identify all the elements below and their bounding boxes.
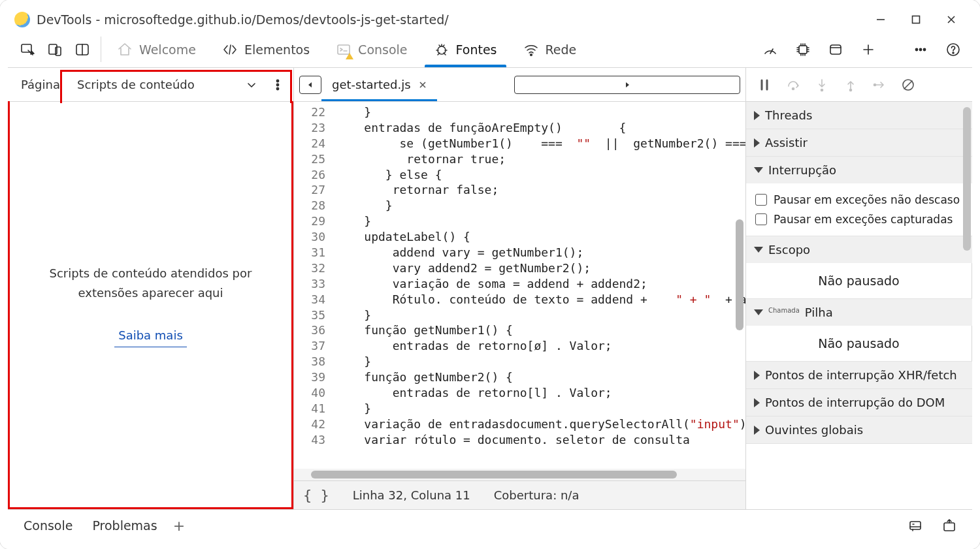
section-watch[interactable]: Assistir bbox=[746, 129, 972, 156]
titlebar: DevTools - microsoftedge.github.io/Demos… bbox=[8, 8, 972, 31]
svg-point-15 bbox=[276, 80, 278, 82]
svg-point-11 bbox=[919, 48, 921, 50]
add-drawer-tab-icon[interactable]: + bbox=[173, 518, 185, 534]
learn-more-link[interactable]: Saiba mais bbox=[114, 326, 187, 348]
deactivate-breakpoints-icon[interactable] bbox=[896, 73, 920, 97]
svg-rect-9 bbox=[830, 45, 841, 54]
file-tab[interactable]: get-started.js bbox=[321, 68, 437, 101]
section-callstack[interactable]: ChamadaPilha bbox=[746, 299, 972, 326]
editor-status-bar: { } Linha 32, Coluna 11 Cobertura: n/a bbox=[294, 480, 745, 509]
editor-pane: get-started.js 2223242526272829303132333… bbox=[294, 68, 746, 509]
section-breakpoints[interactable]: Interrupção bbox=[746, 157, 972, 183]
warning-badge-icon bbox=[346, 53, 353, 59]
inspect-element-icon[interactable] bbox=[16, 38, 39, 61]
cursor-position: Linha 32, Coluna 11 bbox=[353, 488, 470, 502]
pause-icon[interactable] bbox=[753, 73, 776, 97]
tab-label: Elementos bbox=[244, 42, 310, 57]
tab-content-scripts[interactable]: Scripts de conteúdo bbox=[69, 68, 203, 101]
computed-styles-icon[interactable] bbox=[904, 514, 926, 537]
step-over-icon[interactable] bbox=[781, 73, 805, 97]
close-tab-icon[interactable] bbox=[416, 78, 429, 91]
debugger-pane: Threads Assistir Interrupção Pausar em e… bbox=[746, 68, 972, 509]
pause-uncaught-checkbox[interactable]: Pausar em exceções não descaso bbox=[755, 190, 963, 210]
callstack-not-paused: Não pausado bbox=[746, 326, 972, 361]
svg-point-20 bbox=[850, 89, 852, 91]
tab-label: Console bbox=[358, 42, 407, 57]
tab-label: Welcome bbox=[139, 42, 196, 57]
window-title: DevTools - microsoftedge.github.io/Demos… bbox=[37, 12, 449, 27]
tab-console[interactable]: Console bbox=[323, 31, 420, 67]
svg-rect-24 bbox=[944, 523, 955, 531]
pause-caught-checkbox[interactable]: Pausar em exceções capturadas bbox=[755, 210, 963, 229]
add-tab-icon[interactable] bbox=[856, 37, 881, 62]
section-dom-breakpoints[interactable]: Pontos de interrupção do DOM bbox=[746, 389, 972, 416]
empty-state-text: Scripts de conteúdo atendidos por extens… bbox=[21, 264, 280, 304]
tab-elements[interactable]: Elementos bbox=[209, 31, 323, 67]
show-debugger-button[interactable] bbox=[514, 76, 740, 94]
svg-point-12 bbox=[923, 48, 925, 50]
drawer-tab-problems[interactable]: Problemas bbox=[88, 518, 161, 533]
svg-point-17 bbox=[276, 87, 278, 89]
svg-point-7 bbox=[530, 54, 532, 55]
kebab-menu-icon[interactable] bbox=[267, 74, 288, 95]
application-icon[interactable] bbox=[823, 37, 848, 62]
coverage-status: Cobertura: n/a bbox=[494, 488, 580, 502]
close-button[interactable] bbox=[937, 10, 966, 29]
code-icon bbox=[222, 42, 238, 57]
section-scope[interactable]: Escopo bbox=[746, 236, 972, 263]
tab-label: Fontes bbox=[456, 42, 497, 57]
section-xhr-breakpoints[interactable]: Pontos de interrupção XHR/fetch bbox=[746, 362, 972, 388]
svg-point-10 bbox=[915, 48, 917, 50]
svg-rect-23 bbox=[910, 522, 921, 529]
minimize-button[interactable] bbox=[866, 10, 895, 29]
right-scrollbar[interactable] bbox=[962, 102, 972, 509]
pretty-print-icon[interactable]: { } bbox=[303, 487, 329, 503]
more-icon[interactable] bbox=[908, 37, 933, 62]
tab-sources[interactable]: Fontes bbox=[421, 31, 510, 67]
devtools-toolbar: Welcome Elementos Console Fontes Rede bbox=[8, 31, 972, 68]
vertical-scrollbar[interactable] bbox=[734, 102, 745, 469]
expand-drawer-icon[interactable] bbox=[938, 514, 960, 537]
tab-label: Rede bbox=[546, 42, 577, 57]
console-icon bbox=[336, 42, 351, 57]
navigator-pane: Página Scripts de conteúdo Scripts de co… bbox=[8, 68, 294, 509]
step-into-icon[interactable] bbox=[810, 73, 834, 97]
svg-point-16 bbox=[276, 84, 278, 86]
app-icon bbox=[14, 12, 30, 27]
device-toolbar-icon[interactable] bbox=[43, 38, 67, 61]
step-out-icon[interactable] bbox=[839, 73, 862, 97]
code-content[interactable]: } entradas de funçãoAreEmpty() { se (get… bbox=[332, 102, 745, 469]
main-panes: Página Scripts de conteúdo Scripts de co… bbox=[8, 68, 972, 510]
svg-point-19 bbox=[821, 89, 823, 91]
chevron-down-icon[interactable] bbox=[241, 74, 262, 95]
svg-point-14 bbox=[953, 52, 954, 54]
performance-icon[interactable] bbox=[758, 37, 783, 62]
tab-network[interactable]: Rede bbox=[510, 31, 590, 67]
svg-rect-0 bbox=[913, 16, 920, 24]
svg-point-18 bbox=[792, 87, 794, 89]
step-icon[interactable] bbox=[868, 73, 891, 97]
horizontal-scrollbar[interactable] bbox=[294, 469, 745, 480]
drawer-bar: Console Problemas + bbox=[8, 510, 972, 541]
section-threads[interactable]: Threads bbox=[746, 102, 972, 129]
code-editor[interactable]: 2223242526272829303132333435363738394041… bbox=[294, 102, 745, 469]
memory-icon[interactable] bbox=[791, 37, 815, 62]
help-icon[interactable] bbox=[941, 37, 966, 62]
tab-page[interactable]: Página bbox=[13, 68, 68, 101]
dock-side-icon[interactable] bbox=[71, 38, 94, 61]
home-icon bbox=[117, 42, 133, 57]
wifi-icon bbox=[523, 42, 539, 57]
svg-point-21 bbox=[874, 84, 876, 86]
drawer-tab-console[interactable]: Console bbox=[20, 518, 76, 533]
debugger-accordion: Threads Assistir Interrupção Pausar em e… bbox=[746, 102, 972, 509]
show-navigator-button[interactable] bbox=[299, 76, 321, 94]
bug-icon bbox=[434, 42, 449, 57]
maximize-button[interactable] bbox=[902, 10, 930, 29]
line-gutter: 2223242526272829303132333435363738394041… bbox=[294, 102, 332, 469]
scope-not-paused: Não pausado bbox=[746, 263, 972, 298]
section-global-listeners[interactable]: Ouvintes globais bbox=[746, 416, 972, 443]
tab-welcome[interactable]: Welcome bbox=[104, 31, 209, 67]
file-name: get-started.js bbox=[332, 78, 411, 91]
svg-rect-8 bbox=[799, 46, 807, 54]
svg-rect-1 bbox=[22, 44, 31, 52]
